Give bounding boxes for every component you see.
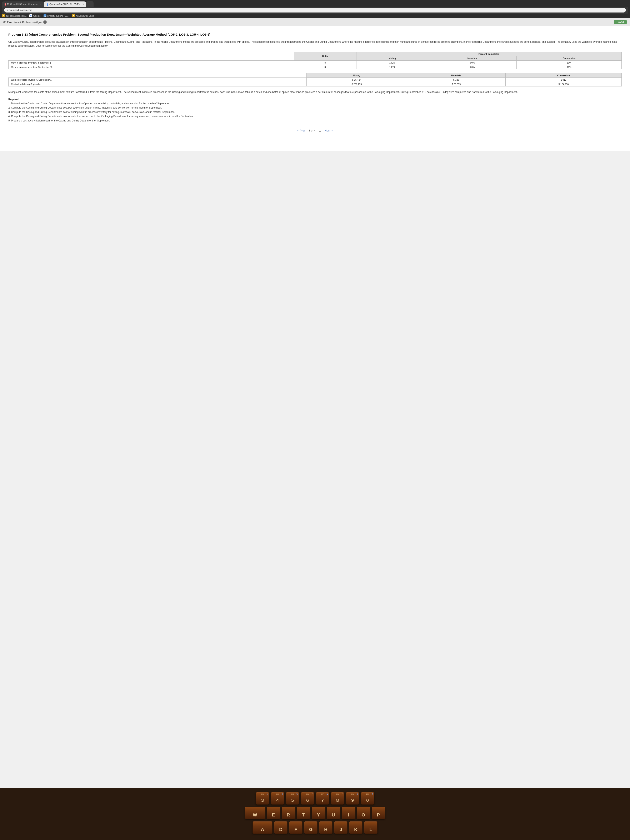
key-9[interactable]: F9 ( 9: [346, 792, 359, 805]
page-content: 05 Exercises & Problems (Algo) i Saved P…: [0, 18, 630, 788]
row2-units: 8: [294, 65, 357, 69]
tab-close-question[interactable]: ✕: [82, 3, 84, 6]
bookmark-mylonestar[interactable]: ✦ myLoneStar Login: [72, 14, 95, 17]
key-0-label: 0: [366, 798, 369, 803]
key-r-label: R: [287, 812, 290, 818]
key-e[interactable]: E: [267, 807, 280, 819]
key-k-label: K: [354, 827, 357, 832]
info-icon[interactable]: i: [43, 21, 47, 24]
key-3[interactable]: F3 # 3: [256, 792, 269, 805]
mixing-header: Mixing: [356, 56, 428, 61]
key-h[interactable]: H: [319, 821, 333, 834]
cost-table-container: Mixing Materials Conversion Work in proc…: [8, 73, 622, 87]
key-d[interactable]: D: [274, 821, 287, 834]
cost-row1-materials: $ 328: [407, 78, 505, 82]
key-f-label: F: [294, 827, 297, 832]
key-8-label: 8: [336, 798, 339, 803]
table-row: Work in process inventory, September 1 $…: [8, 78, 622, 82]
key-0-fn: F10: [361, 793, 374, 796]
key-t[interactable]: T: [297, 807, 310, 819]
required-item-2: 2. Compute the Casing and Curing Departm…: [8, 106, 622, 110]
key-8-shift: *: [342, 793, 343, 795]
key-t-label: T: [302, 812, 305, 818]
mixing-cost-header: Mixing: [306, 73, 407, 78]
key-p[interactable]: P: [372, 807, 385, 819]
conversion-header: Conversion: [517, 56, 622, 61]
grid-icon[interactable]: ⊞: [319, 129, 321, 132]
row1-units: 8: [294, 61, 357, 65]
key-o[interactable]: O: [357, 807, 370, 819]
tab-mcgraw[interactable]: B McGraw-Hill Connect Launch - ✕: [2, 2, 44, 7]
key-j[interactable]: J: [334, 821, 347, 834]
bookmark-simplify[interactable]: Sy simplify 28(x)=8700...: [44, 14, 69, 17]
required-section: Required: 1. Determine the Casing and Cu…: [8, 97, 622, 123]
key-a[interactable]: A: [253, 821, 273, 834]
conversion-cost-header: Conversion: [505, 73, 622, 78]
key-9-label: 9: [351, 798, 354, 803]
address-bar-row: ezto.mheducation.com: [2, 7, 628, 14]
bookmark-texas-benefits[interactable]: ★ our Texas Benefits...: [2, 14, 27, 17]
key-k[interactable]: K: [349, 821, 363, 834]
page-header: 05 Exercises & Problems (Algo) i Saved: [0, 18, 630, 26]
key-l[interactable]: L: [364, 821, 377, 834]
next-button[interactable]: Next >: [325, 129, 333, 132]
bookmarks-bar: ★ our Texas Benefits... G Google Sy simp…: [0, 14, 630, 18]
key-row-home: A D F G H J K L: [2, 821, 628, 834]
key-g[interactable]: G: [304, 821, 317, 834]
tab-close-mcgraw[interactable]: ✕: [39, 3, 41, 6]
key-8[interactable]: F8 * 8: [331, 792, 344, 805]
key-w[interactable]: W: [245, 807, 265, 819]
key-i[interactable]: I: [342, 807, 355, 819]
tab-new[interactable]: ＋: [86, 1, 93, 7]
materials-cost-header: Materials: [407, 73, 505, 78]
pagination: < Prev 3 of 4 ⊞ Next >: [8, 126, 622, 135]
key-u[interactable]: U: [327, 807, 340, 819]
required-item-1: 1. Determine the Casing and Curing Depar…: [8, 101, 622, 106]
key-3-shift: #: [267, 793, 268, 795]
tab-question[interactable]: Q Question 3 - QUIZ - CH 05 Exe ✕: [44, 2, 86, 7]
bookmark-label-mylonestar: myLoneStar Login: [76, 14, 95, 17]
key-f[interactable]: F: [289, 821, 303, 834]
keyboard-section: F3 # 3 F4 $ 4 F5 % 5 F6 ^ 6 F7 & 7 F8 * …: [0, 788, 630, 840]
cost-header-row: Mixing Materials Conversion: [8, 73, 622, 78]
sy-icon: Sy: [44, 14, 46, 17]
bookmark-google[interactable]: G Google: [29, 14, 40, 17]
required-item-4: 4. Compute the Casing and Curing Departm…: [8, 114, 622, 118]
key-4-shift: $: [282, 793, 283, 795]
units-header: Units: [294, 52, 357, 61]
key-e-label: E: [272, 812, 275, 818]
key-i-label: I: [348, 812, 349, 818]
problem-title: Problem 5-13 (Algo) Comprehensive Proble…: [8, 32, 622, 37]
key-7-shift: &: [327, 793, 328, 795]
cost-row2-label: Cost added during September: [8, 82, 307, 87]
required-title: Required:: [8, 97, 622, 101]
materials-header: Materials: [428, 56, 516, 61]
bookmark-label-google: Google: [33, 14, 40, 17]
bookmark-label-simplify: simplify 28(x)=8700...: [47, 14, 69, 17]
key-j-label: J: [339, 827, 342, 832]
key-9-fn: F9: [346, 793, 359, 796]
key-4[interactable]: F4 $ 4: [271, 792, 284, 805]
cost-row1-conversion: $ 912: [505, 78, 622, 82]
key-r[interactable]: R: [282, 807, 295, 819]
row2-conversion: 10%: [517, 65, 622, 69]
address-bar[interactable]: ezto.mheducation.com: [4, 8, 626, 13]
prev-button[interactable]: < Prev: [297, 129, 305, 132]
key-6[interactable]: F6 ^ 6: [301, 792, 314, 805]
key-w-label: W: [253, 812, 257, 818]
percent-completed-table-container: Units Percent Completed Mixing Materials…: [8, 52, 622, 69]
bookmark-label-texas: our Texas Benefits...: [6, 14, 27, 17]
cost-row2-materials: $ 26,595: [407, 82, 505, 87]
key-0[interactable]: F10 ) 0: [361, 792, 374, 805]
tab-new-icon: ＋: [89, 3, 91, 6]
empty-cost-header: [8, 73, 307, 78]
key-g-label: G: [309, 827, 313, 832]
row2-materials: 20%: [428, 65, 516, 69]
key-y[interactable]: Y: [312, 807, 325, 819]
key-6-label: 6: [306, 798, 309, 803]
row1-label: Work in process inventory, September 1: [8, 61, 294, 65]
tab-favicon-question: Q: [47, 3, 48, 6]
key-5[interactable]: F5 % 5: [286, 792, 299, 805]
key-7[interactable]: F7 & 7: [316, 792, 329, 805]
cost-row2-mixing: $ 201,776: [306, 82, 407, 87]
